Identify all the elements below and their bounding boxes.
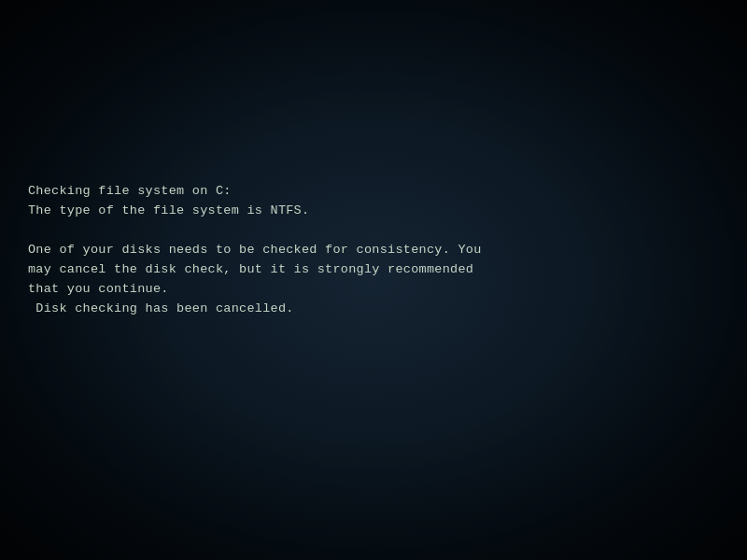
terminal-line-5: that you continue. (28, 280, 719, 300)
terminal-line-2: The type of the file system is NTFS. (28, 202, 719, 221)
terminal-blank-1 (28, 221, 719, 241)
terminal-line-1: Checking file system on C: (28, 182, 719, 202)
terminal-line-4: may cancel the disk check, but it is str… (28, 260, 719, 280)
terminal-line-3: One of your disks needs to be checked fo… (28, 241, 719, 260)
terminal-line-6: Disk checking has been cancelled. (28, 300, 719, 319)
terminal-output: Checking file system on C: The type of t… (28, 182, 719, 318)
bsod-screen: Checking file system on C: The type of t… (0, 0, 747, 560)
